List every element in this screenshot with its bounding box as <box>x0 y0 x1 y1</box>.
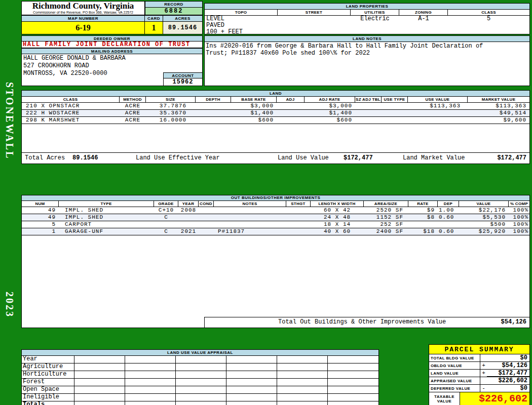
account-value: 15962 <box>163 78 203 86</box>
map-number-value: 6-19 <box>21 22 145 34</box>
total-acres-value: 89.1546 <box>72 153 98 163</box>
county-title: Richmond County, Virginia <box>22 2 144 11</box>
land-col-market-value: MARKET VALUE <box>468 97 529 102</box>
class-value: 5 <box>448 16 529 35</box>
appraisal-row: Year <box>22 356 378 363</box>
ob-col-notes: NOTES <box>214 201 286 207</box>
ob-col-num: NUM <box>22 201 59 207</box>
address-line: 527 CROOKHORN ROAD <box>23 62 202 70</box>
out-building-row: 49 IMPL. SHED C 24 X 48 1152 SF $8 0.60 … <box>22 214 529 221</box>
land-col-size: SIZE <box>146 97 196 102</box>
land-notes-line: Ins #2020-016 from George & Barbara Hall… <box>206 43 529 50</box>
land-col-adj: ADJ <box>277 97 305 102</box>
ob-col-area: AREA/SIZE <box>364 201 408 207</box>
out-buildings-title: OUT BUILDINGS/OTHER IMPROVEMENTS <box>22 195 529 201</box>
summary-row: APPRAISED VALUE $226,602 <box>429 377 530 385</box>
land-table-section: LAND CLASS METHOD SIZE DEPTH BASE RATE A… <box>21 90 530 164</box>
out-buildings-total-value: $54,126 <box>501 317 526 327</box>
street-value <box>278 16 351 35</box>
ob-col-dep: DEP <box>438 201 459 207</box>
district-vertical-label: STONEWALL <box>4 82 15 159</box>
land-use-appraisal-section: LAND USE VALUE APPRAISAL Year Agricultur… <box>21 349 379 405</box>
taxable-value-row: TAXABLE VALUE $226,602 <box>429 392 530 405</box>
ob-col-cond: COND <box>199 201 214 207</box>
land-use-value: $172,477 <box>344 153 373 163</box>
card-header: CARD <box>145 15 163 22</box>
ob-col-year: YEAR <box>178 201 199 207</box>
record-value: 6882 <box>145 8 203 15</box>
account-header: ACCOUNT <box>163 72 203 78</box>
out-buildings-total-row: Total Out Buildings & Other Improvements… <box>204 317 529 328</box>
appraisal-row: Forest <box>22 379 378 386</box>
out-building-row: 5 CARPORT 18 X 14 252 SF $500 100% <box>22 221 529 228</box>
land-col-use-value: USE VALUE <box>408 97 468 102</box>
deeded-owner-value: HALL FAMILY JOINT DECLARATION OF TRUST <box>21 42 203 48</box>
land-notes-line: Trust; P#11837 40x60 Pole shed 100\% for… <box>206 50 529 57</box>
ob-col-type: TYPE <box>59 201 154 207</box>
land-col-method: METHOD <box>120 97 146 102</box>
mailing-address-header: MAILING ADDRESS <box>21 48 203 54</box>
taxable-value-label: TAXABLE VALUE <box>429 392 460 405</box>
ob-col-grade: GRADE <box>154 201 178 207</box>
land-properties-title: LAND PROPERTIES <box>205 4 529 10</box>
acres-value: 89.1546 <box>163 22 203 34</box>
record-header: RECORD <box>145 1 203 8</box>
col-utilities: UTILITIES <box>351 10 399 15</box>
ob-col-value: VALUE <box>459 201 509 207</box>
land-row: 210 X OPNSTACR ACRE 37.7876 $3,000 $3,00… <box>22 103 529 110</box>
col-street: STREET <box>278 10 351 15</box>
ob-col-rate: RATE <box>408 201 438 207</box>
property-record-card: STONEWALL 2023 Richmond County, Virginia… <box>0 0 532 405</box>
appraisal-row-totals: Totals <box>22 401 378 405</box>
address-line: HALL GEORGE DONALD & BARBARA <box>23 55 202 62</box>
county-title-box: Richmond County, Virginia Commissioner o… <box>21 1 145 15</box>
land-col-adj-rate: ADJ RATE <box>305 97 355 102</box>
land-row: 298 K MARSHWET ACRE 16.0000 $600 $600 $9… <box>22 117 529 124</box>
appraisal-row: Horticulture <box>22 371 378 379</box>
out-building-row: 49 IMPL. SHED C+10 2008 60 X 42 2520 SF … <box>22 207 529 214</box>
out-buildings-total-label: Total Out Buildings & Other Improvements… <box>278 317 446 327</box>
col-zoning: ZONING <box>399 10 448 15</box>
topo-value: LEVEL PAVED 100 + FEET <box>205 16 278 35</box>
land-col-class: CLASS <box>22 97 120 102</box>
summary-row: DEFERRED VALUE - $0 <box>429 385 530 392</box>
acres-header: ACRES <box>163 15 203 22</box>
land-market-value-label: Land Market Value <box>403 153 465 163</box>
land-col-depth: DEPTH <box>196 97 231 102</box>
ob-col-lxw: LENGTH X WIDTH <box>311 201 364 207</box>
out-buildings-section: OUT BUILDINGS/OTHER IMPROVEMENTS NUM TYP… <box>21 195 530 328</box>
summary-row: LAND VALUE + $172,477 <box>429 370 530 377</box>
commissioner-line: Commissioner of the Revenue, PO Box 366,… <box>22 11 144 15</box>
map-number-header: MAP NUMBER <box>21 15 145 22</box>
land-properties-section: LAND PROPERTIES TOPO STREET UTILITIES ZO… <box>204 3 530 34</box>
land-title: LAND <box>22 91 529 97</box>
ob-col-comp: % COMP <box>509 201 529 207</box>
col-topo: TOPO <box>205 10 278 15</box>
appraisal-row: Agriculture <box>22 363 378 371</box>
land-use-appraisal-title: LAND USE VALUE APPRAISAL <box>22 350 378 356</box>
parcel-summary-title: PARCEL SUMMARY <box>429 344 530 354</box>
appraisal-row: Open Space <box>22 386 378 394</box>
year-vertical-label: 2023 <box>4 292 15 318</box>
taxable-value: $226,602 <box>460 392 529 405</box>
appraisal-row: Ineligible <box>22 394 378 401</box>
land-row: 222 H WDSTACRE ACRE 35.3670 $1,400 $1,40… <box>22 110 529 117</box>
card-value: 1 <box>145 22 163 34</box>
land-notes-section: LAND NOTES Ins #2020-016 from George & B… <box>204 35 530 86</box>
land-notes-title: LAND NOTES <box>205 36 529 42</box>
ob-col-sthgt: STHGT <box>286 201 311 207</box>
land-market-value: $172,477 <box>497 153 526 163</box>
summary-row: OBLDG VALUE + $54,126 <box>429 362 530 370</box>
summary-row: TOTAL BLDG VALUE $0 <box>429 354 530 362</box>
land-col-sz-adj-tbl: SZ ADJ TBL <box>355 97 382 102</box>
land-col-use-type: USE TYPE <box>382 97 408 102</box>
land-totals-row: Total Acres 89.1546 Land Use Effective Y… <box>22 152 529 164</box>
col-class: CLASS <box>448 10 529 15</box>
land-use-value-label: Land Use Value <box>278 153 329 163</box>
zoning-value: A-1 <box>399 16 448 35</box>
land-col-base-rate: BASE RATE <box>231 97 277 102</box>
total-acres-label: Total Acres <box>25 153 65 163</box>
utilities-value: Electric <box>351 16 399 35</box>
effective-year-label: Land Use Effective Year <box>136 153 220 163</box>
parcel-summary-section: PARCEL SUMMARY TOTAL BLDG VALUE $0 OBLDG… <box>429 344 530 405</box>
